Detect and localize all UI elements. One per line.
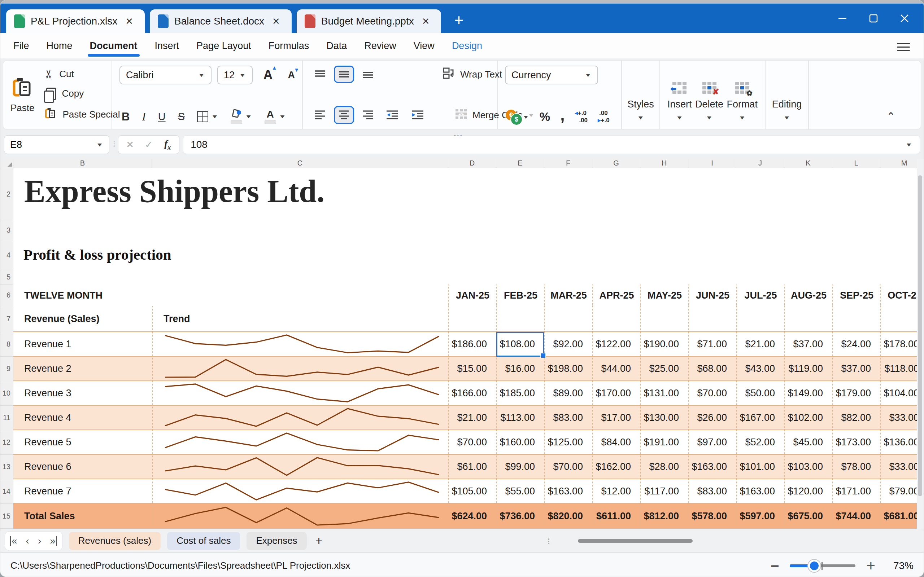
select-all-corner[interactable] — [0, 159, 13, 168]
total-trend-cell[interactable] — [152, 504, 448, 529]
value-cell-OCT-25-row11[interactable]: $33.00 — [880, 406, 918, 429]
value-cell-AUG-25-row9[interactable]: $119.00 — [784, 357, 832, 380]
menu-insert[interactable]: Insert — [154, 35, 180, 56]
confirm-entry-button[interactable]: ✓ — [141, 139, 157, 150]
value-cell-JUL-25-row13[interactable]: $101.00 — [736, 455, 784, 479]
vertical-scrollbar-thumb[interactable] — [918, 175, 922, 496]
close-tab-icon[interactable]: ✕ — [270, 16, 282, 27]
menu-design[interactable]: Design — [451, 35, 483, 56]
total-value-cell-OCT-25[interactable]: $681.00 — [880, 504, 918, 529]
paste-button[interactable]: Paste — [10, 66, 35, 124]
zoom-slider[interactable] — [790, 564, 855, 567]
value-cell-MAY-25-row8[interactable]: $190.00 — [640, 332, 688, 356]
menu-document[interactable]: Document — [89, 35, 138, 56]
value-cell-OCT-25-row8[interactable]: $178.00 — [880, 332, 918, 356]
column-header-C[interactable]: C — [152, 159, 448, 168]
value-cell-JAN-25-row11[interactable]: $21.00 — [448, 406, 496, 429]
previous-sheet-button[interactable]: ‹ — [26, 536, 29, 546]
align-top-button[interactable] — [310, 66, 330, 83]
empty-cell[interactable] — [832, 306, 880, 331]
font-size-select[interactable]: 12▼ — [217, 66, 252, 84]
total-value-cell-JUN-25[interactable]: $578.00 — [688, 504, 736, 529]
insert-cells-button[interactable]: ⬅ Insert ▼ — [667, 66, 692, 124]
new-tab-button[interactable]: + — [454, 12, 464, 28]
document-tab-balance-sheet[interactable]: Balance Sheet.docx ✕ — [150, 10, 292, 33]
cell-name-box[interactable]: E8 ▼ — [4, 135, 109, 154]
value-cell-JUL-25-row12[interactable]: $52.00 — [736, 430, 784, 454]
column-header-K[interactable]: K — [784, 159, 832, 168]
empty-cell[interactable] — [880, 306, 918, 331]
column-header-I[interactable]: I — [688, 159, 736, 168]
paste-special-button[interactable]: Paste Special — [44, 106, 120, 122]
month-header-APR-25[interactable]: APR-25 — [592, 285, 640, 306]
trend-cell[interactable] — [152, 381, 448, 405]
value-cell-SEP-25-row10[interactable]: $179.00 — [832, 381, 880, 405]
trend-cell[interactable] — [152, 430, 448, 454]
value-cell-JAN-25-row8[interactable]: $186.00 — [448, 332, 496, 356]
selected-cell-outline[interactable] — [496, 332, 544, 357]
value-cell-OCT-25-row9[interactable]: $118.00 — [880, 357, 918, 380]
row-header-15[interactable]: 15 — [0, 504, 13, 529]
column-header-J[interactable]: J — [736, 159, 784, 168]
total-value-cell-SEP-25[interactable]: $744.00 — [832, 504, 880, 529]
value-cell-AUG-25-row14[interactable]: $120.00 — [784, 479, 832, 503]
zoom-slider-knob[interactable] — [808, 559, 821, 573]
empty-cell[interactable] — [496, 306, 544, 331]
menu-formulas[interactable]: Formulas — [268, 35, 310, 56]
copy-button[interactable]: Copy — [44, 88, 120, 100]
strikethrough-button[interactable]: S — [178, 111, 185, 122]
row-header-3[interactable]: 3 — [0, 220, 13, 240]
italic-button[interactable]: I — [142, 110, 145, 123]
underline-button[interactable]: U — [158, 111, 166, 122]
empty-cell[interactable] — [784, 306, 832, 331]
month-header-JUN-25[interactable]: JUN-25 — [688, 285, 736, 306]
row-label-cell[interactable]: Revenue 2 — [13, 357, 152, 380]
font-family-select[interactable]: Calibri▼ — [120, 66, 212, 84]
value-cell-MAY-25-row13[interactable]: $28.00 — [640, 455, 688, 479]
expand-formula-bar-icon[interactable]: ▼ — [905, 142, 913, 148]
total-value-cell-AUG-25[interactable]: $675.00 — [784, 504, 832, 529]
empty-cell[interactable] — [640, 306, 688, 331]
minimize-button[interactable] — [836, 12, 848, 24]
number-format-select[interactable]: Currency▼ — [505, 66, 598, 84]
menu-page-layout[interactable]: Page Layout — [195, 35, 252, 56]
value-cell-JAN-25-row14[interactable]: $105.00 — [448, 479, 496, 503]
insert-function-button[interactable]: fx — [160, 138, 175, 152]
value-cell-JUN-25-row13[interactable]: $163.00 — [688, 455, 736, 479]
empty-cell[interactable] — [592, 306, 640, 331]
trend-cell[interactable] — [152, 332, 448, 356]
value-cell-AUG-25-row13[interactable]: $103.00 — [784, 455, 832, 479]
value-cell-MAY-25-row10[interactable]: $131.00 — [640, 381, 688, 405]
menu-file[interactable]: File — [13, 35, 30, 56]
row-label-cell[interactable]: Revenue 6 — [13, 455, 152, 479]
row-header-10[interactable]: 10 — [0, 381, 13, 406]
align-bottom-button[interactable] — [358, 66, 378, 83]
month-header-MAY-25[interactable]: MAY-25 — [640, 285, 688, 306]
row-header-11[interactable]: 11 — [0, 406, 13, 430]
comma-format-button[interactable]: , — [560, 111, 564, 119]
menu-data[interactable]: Data — [326, 35, 347, 56]
font-color-button[interactable]: A ▼ — [265, 109, 286, 124]
value-cell-APR-25-row13[interactable]: $162.00 — [592, 455, 640, 479]
sheet-tab-expenses[interactable]: Expenses — [247, 532, 307, 550]
value-cell-JAN-25-row9[interactable]: $15.00 — [448, 357, 496, 380]
column-header-B[interactable]: B — [13, 159, 152, 168]
total-value-cell-APR-25[interactable]: $611.00 — [592, 504, 640, 529]
sheet-tab-cost-of-sales[interactable]: Cost of sales — [167, 532, 240, 550]
value-cell-APR-25-row9[interactable]: $44.00 — [592, 357, 640, 380]
month-header-JUL-25[interactable]: JUL-25 — [736, 285, 784, 306]
row-header-14[interactable]: 14 — [0, 479, 13, 504]
value-cell-AUG-25-row11[interactable]: $102.00 — [784, 406, 832, 429]
value-cell-JUN-25-row14[interactable]: $83.00 — [688, 479, 736, 503]
value-cell-FEB-25-row14[interactable]: $55.00 — [496, 479, 544, 503]
value-cell-MAR-25-row10[interactable]: $89.00 — [544, 381, 592, 405]
bold-button[interactable]: B — [122, 110, 129, 123]
value-cell-MAR-25-row11[interactable]: $83.00 — [544, 406, 592, 429]
cut-button[interactable]: ✂ Cut — [44, 67, 120, 81]
trend-cell[interactable] — [152, 455, 448, 479]
formula-bar-resize-handle[interactable]: ⋯ — [453, 130, 464, 141]
value-cell-JUL-25-row8[interactable]: $21.00 — [736, 332, 784, 356]
row-header-9[interactable]: 9 — [0, 357, 13, 381]
value-cell-AUG-25-row8[interactable]: $37.00 — [784, 332, 832, 356]
total-value-cell-JUL-25[interactable]: $597.00 — [736, 504, 784, 529]
